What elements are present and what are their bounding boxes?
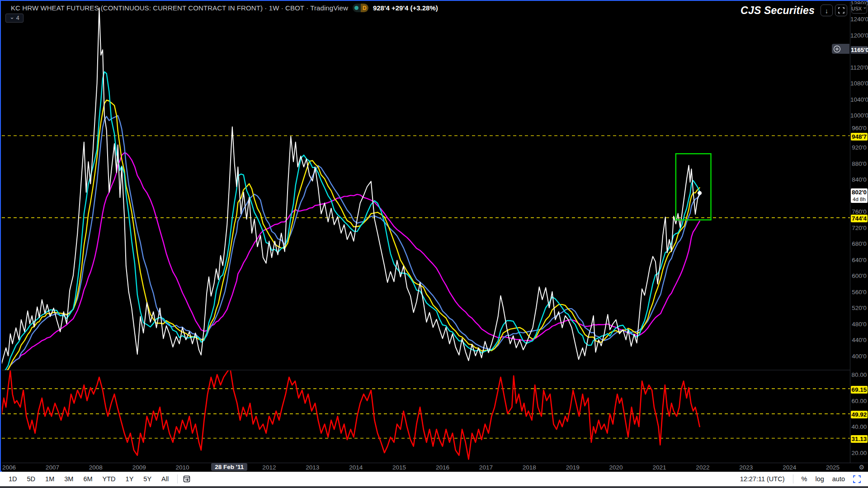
indicator-count: 4 (16, 15, 19, 21)
year-tick: 2017 (479, 464, 493, 471)
chart-widget: KC HRW WHEAT FUTURES (CONTINUOUS: CURREN… (0, 0, 868, 472)
legend-collapse-button[interactable]: ⌄ 4 (5, 14, 24, 23)
selected-date-label: 28 Feb '11 (211, 463, 247, 471)
range-button-3m[interactable]: 3M (60, 474, 77, 484)
oscillator-tick: 40.00 (850, 423, 868, 430)
chevron-down-icon: ⌄ (9, 14, 14, 20)
price-tick: 640'0 (850, 257, 868, 263)
price-tick: 1040'0 (850, 96, 868, 103)
status-dot-icon (353, 4, 361, 12)
year-tick: 2024 (783, 464, 796, 471)
chevron-down-icon: ⌄ (863, 4, 867, 10)
maximize-icon[interactable] (853, 475, 861, 483)
price-tick: 1200'0 (850, 32, 868, 39)
price-tick: 960'0 (850, 125, 868, 131)
price-tick: 480'0 (850, 321, 868, 328)
year-tick: 2015 (392, 464, 406, 471)
price-tick: 840'0 (850, 176, 868, 183)
year-tick: 2008 (89, 464, 103, 471)
price-scale[interactable]: USX ⌄ 1280'01240'01200'01160'01120'01080… (850, 2, 868, 463)
price-tick: 720'0 (850, 225, 868, 231)
year-tick: 2012 (262, 464, 276, 471)
fullscreen-icon (838, 7, 844, 14)
date-range-buttons: 1D5D1M3M6MYTD1Y5YAll (0, 474, 173, 484)
toolbar-right: 12:27:11 (UTC) % log auto (740, 474, 868, 483)
last-price-label: 802'04d 8h (851, 188, 868, 203)
price-tick: 1080'0 (850, 80, 868, 87)
window-edge (0, 486, 868, 488)
crosshair-price-label: 1165'0 (851, 46, 868, 54)
year-tick: 2006 (2, 464, 16, 471)
log-scale-button[interactable]: log (815, 475, 824, 483)
oscillator-tick: 60.00 (850, 398, 868, 404)
percent-scale-button[interactable]: % (802, 475, 807, 483)
currency-selector[interactable]: USX ⌄ (851, 4, 867, 14)
fullscreen-button[interactable] (835, 5, 847, 16)
clock-utc[interactable]: 12:27:11 (UTC) (740, 475, 785, 483)
year-tick: 2021 (652, 464, 666, 471)
price-tick: 1240'0 (850, 16, 868, 23)
go-to-date-button[interactable] (182, 474, 191, 483)
price-tick: 600'0 (850, 272, 868, 279)
auto-scale-button[interactable]: auto (832, 475, 845, 483)
range-button-1y[interactable]: 1Y (122, 474, 138, 484)
year-tick: 2019 (566, 464, 580, 471)
price-tick: 560'0 (850, 289, 868, 296)
brand-watermark: CJS Securities (741, 5, 815, 17)
oscillator-level-label: 49.92 (851, 411, 868, 418)
toolbar-divider (177, 474, 178, 483)
gear-icon[interactable]: ⚙ (859, 464, 864, 471)
price-tick: 880'0 (850, 160, 868, 167)
interval-badge: D (361, 4, 368, 12)
year-tick: 2020 (609, 464, 623, 471)
chart-legend: KC HRW WHEAT FUTURES (CONTINUOUS: CURREN… (11, 4, 438, 12)
go-to-date-icon (182, 474, 191, 483)
time-axis[interactable]: 2006200720082009201020122013201420152016… (2, 463, 868, 472)
symbol-title[interactable]: KC HRW WHEAT FUTURES (CONTINUOUS: CURREN… (11, 4, 348, 12)
year-tick: 2009 (132, 464, 146, 471)
range-button-6m[interactable]: 6M (79, 474, 96, 484)
range-button-ytd[interactable]: YTD (99, 474, 120, 484)
price-tick: 1120'0 (850, 64, 868, 71)
year-tick: 2010 (176, 464, 189, 471)
price-tick: 440'0 (850, 337, 868, 343)
oscillator-level-label: 31.13 (851, 435, 868, 443)
price-tick: 400'0 (850, 353, 868, 360)
bottom-toolbar: 1D5D1M3M6MYTD1Y5YAll 12:27:11 (UTC) % lo… (0, 472, 868, 486)
download-button[interactable]: ↓ (821, 5, 833, 16)
range-button-1d[interactable]: 1D (5, 474, 21, 484)
download-icon: ↓ (825, 7, 829, 14)
range-button-all[interactable]: All (157, 474, 173, 484)
year-tick: 2023 (739, 464, 753, 471)
range-button-5d[interactable]: 5D (23, 474, 40, 484)
price-tick: 520'0 (850, 305, 868, 311)
last-price-readout: 928'4 +29'4 (+3.28%) (373, 4, 438, 12)
price-tick: 920'0 (850, 144, 868, 151)
plus-circle-icon (833, 45, 841, 53)
year-tick: 2007 (46, 464, 59, 471)
oscillator-tick: 80.00 (850, 371, 868, 378)
price-tick: 1000'0 (850, 112, 868, 119)
level-price-label: 948'7 (851, 133, 868, 141)
year-tick: 2014 (349, 464, 363, 471)
year-tick: 2022 (696, 464, 709, 471)
toolbar-divider (793, 474, 793, 483)
year-tick: 2018 (523, 464, 536, 471)
oscillator-level-label: 69.15 (851, 386, 868, 394)
year-tick: 2025 (826, 464, 840, 471)
range-button-1m[interactable]: 1M (41, 474, 58, 484)
chart-canvas[interactable] (1, 1, 868, 473)
level-price-label: 744'4 (851, 215, 868, 222)
price-tick: 760'0 (850, 208, 868, 215)
currency-label: USX (852, 6, 862, 11)
range-button-5y[interactable]: 5Y (139, 474, 156, 484)
oscillator-tick: 20.00 (850, 450, 868, 456)
price-tick: 680'0 (850, 240, 868, 247)
interval-toggle[interactable]: D (353, 4, 368, 12)
year-tick: 2013 (306, 464, 319, 471)
add-alert-chip[interactable] (832, 44, 849, 54)
year-tick: 2016 (436, 464, 449, 471)
